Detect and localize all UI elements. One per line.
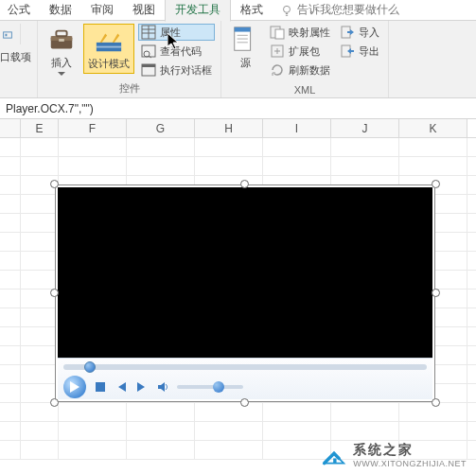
source-button[interactable]: 源 xyxy=(227,24,263,72)
properties-button[interactable]: 属性 xyxy=(138,24,215,41)
import-icon xyxy=(340,25,355,40)
svg-rect-2 xyxy=(6,34,8,37)
resize-handle-e[interactable] xyxy=(432,289,440,297)
volume-thumb[interactable] xyxy=(213,381,224,393)
resize-handle-n[interactable] xyxy=(240,180,249,188)
svg-rect-18 xyxy=(235,27,251,32)
mute-button[interactable] xyxy=(156,380,169,394)
toolbox-icon xyxy=(47,26,76,54)
controls-group: 插入 设计模式 属性 查看代码 执行对话框 xyxy=(38,21,221,97)
watermark-title: 系统之家 xyxy=(353,442,467,459)
play-icon xyxy=(70,381,79,393)
resize-handle-w[interactable] xyxy=(50,289,59,297)
design-mode-icon xyxy=(95,26,123,55)
code-icon xyxy=(141,44,156,59)
map-properties-icon xyxy=(270,25,285,40)
insert-control-button[interactable]: 插入 xyxy=(44,24,79,79)
controls-group-label: 控件 xyxy=(44,81,215,96)
refresh-icon xyxy=(270,62,285,78)
view-code-button[interactable]: 查看代码 xyxy=(138,43,215,60)
map-properties-button[interactable]: 映射属性 xyxy=(267,24,333,41)
next-button[interactable] xyxy=(135,380,149,394)
column-header-G[interactable]: G xyxy=(127,119,195,137)
export-button[interactable]: 导出 xyxy=(337,43,382,60)
lightbulb-icon xyxy=(280,4,293,17)
export-icon xyxy=(340,44,355,59)
dialog-icon xyxy=(141,62,156,78)
seek-thumb[interactable] xyxy=(84,361,96,373)
com-addins-button[interactable] xyxy=(0,24,21,44)
xml-group: 源 映射属性 扩展包 刷新数据 导入 xyxy=(221,21,389,97)
addins-icon xyxy=(3,28,12,42)
xml-group-label: XML xyxy=(227,84,382,96)
tab-developer[interactable]: 开发工具 xyxy=(165,0,231,22)
svg-rect-23 xyxy=(275,29,284,39)
expansion-icon xyxy=(270,44,285,59)
dropdown-icon xyxy=(58,72,65,77)
svg-rect-27 xyxy=(96,382,105,392)
volume-slider[interactable] xyxy=(177,385,243,389)
play-button[interactable] xyxy=(63,376,86,398)
resize-handle-s[interactable] xyxy=(240,398,249,407)
source-icon xyxy=(231,26,259,54)
svg-rect-28 xyxy=(333,458,336,463)
column-header-K[interactable]: K xyxy=(399,119,467,137)
tab-format[interactable]: 格式 xyxy=(231,0,273,21)
column-headers: EFGHIJK xyxy=(0,119,476,138)
formula-bar[interactable]: Player.OCX.7","") xyxy=(0,98,476,119)
refresh-data-button[interactable]: 刷新数据 xyxy=(267,61,333,79)
tab-data[interactable]: 数据 xyxy=(40,0,81,21)
tab-formulas[interactable]: 公式 xyxy=(0,0,40,21)
import-button[interactable]: 导入 xyxy=(337,24,382,41)
svg-rect-16 xyxy=(142,64,155,67)
ribbon-tabs: 公式 数据 审阅 视图 开发工具 格式 告诉我您想要做什么 xyxy=(0,0,476,21)
column-header-H[interactable]: H xyxy=(195,119,263,137)
design-mode-button[interactable]: 设计模式 xyxy=(83,24,134,74)
video-area xyxy=(58,187,432,360)
svg-point-0 xyxy=(284,6,291,12)
tab-review[interactable]: 审阅 xyxy=(81,0,123,21)
properties-icon xyxy=(141,25,156,40)
stop-button[interactable] xyxy=(94,380,107,394)
resize-handle-ne[interactable] xyxy=(432,180,440,188)
seek-bar[interactable] xyxy=(63,364,427,370)
run-dialog-button[interactable]: 执行对话框 xyxy=(138,61,215,79)
prev-button[interactable] xyxy=(115,380,128,394)
watermark-url: WWW.XITONGZHIJIA.NET xyxy=(353,459,467,468)
column-header-I[interactable]: I xyxy=(263,119,331,137)
addins-group-partial: 口载项 xyxy=(0,21,38,97)
wmp-object[interactable] xyxy=(55,184,435,402)
column-header-F[interactable]: F xyxy=(59,119,127,137)
watermark: 系统之家 WWW.XITONGZHIJIA.NET xyxy=(321,442,467,468)
resize-handle-nw[interactable] xyxy=(50,180,59,188)
svg-rect-5 xyxy=(56,31,66,37)
ribbon-body: 口载项 插入 设计模式 属性 查看代码 xyxy=(0,21,476,98)
svg-rect-1 xyxy=(4,32,12,38)
resize-handle-sw[interactable] xyxy=(50,398,59,407)
column-header-E[interactable]: E xyxy=(21,119,59,137)
tab-view[interactable]: 视图 xyxy=(123,0,165,21)
addins-label-partial: 口载项 xyxy=(0,50,31,64)
wmp-controls-bar xyxy=(58,358,432,399)
column-header-J[interactable]: J xyxy=(331,119,399,137)
watermark-logo-icon xyxy=(321,444,347,466)
svg-rect-8 xyxy=(97,46,121,48)
expansion-pack-button[interactable]: 扩展包 xyxy=(267,43,333,60)
tell-me[interactable]: 告诉我您想要做什么 xyxy=(280,2,399,18)
resize-handle-se[interactable] xyxy=(432,398,440,407)
svg-rect-6 xyxy=(59,39,64,42)
